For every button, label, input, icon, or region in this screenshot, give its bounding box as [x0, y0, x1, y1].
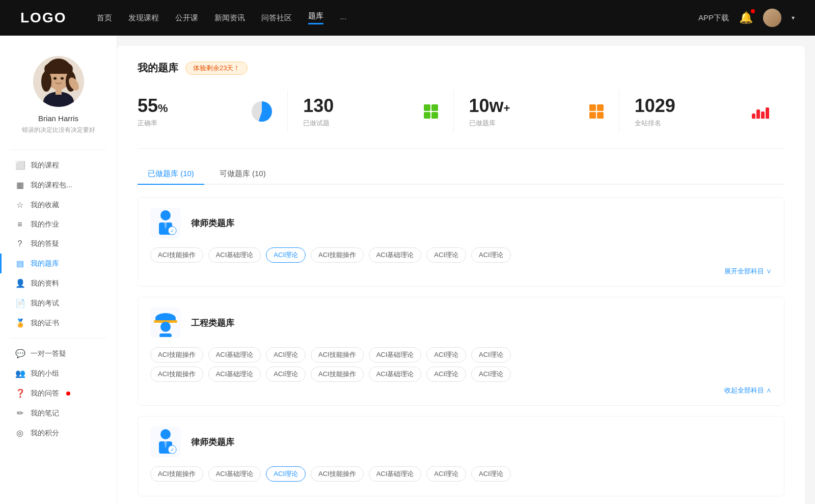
bank-section-lawyer2: ✓ 律师类题库 ACI技能操作 ACI基础理论 ACI理论 ACI技能操作 AC…: [138, 416, 784, 496]
nav-public[interactable]: 公开课: [175, 13, 198, 23]
sidebar-label-course: 我的课程: [31, 161, 59, 170]
grid-green-icon: [424, 104, 438, 119]
tutor-icon: 💬: [15, 349, 24, 358]
profile-icon: 👤: [15, 278, 24, 288]
lawyer2-icon: ✓: [153, 428, 178, 456]
chevron-down-icon[interactable]: ▾: [792, 14, 795, 21]
sidebar-item-group[interactable]: 👥 我的小组: [0, 363, 117, 383]
svg-rect-5: [44, 64, 73, 74]
myqa-icon: ❓: [15, 388, 24, 398]
stat-accuracy: 55% 正确率: [138, 90, 288, 133]
tag-eng-7[interactable]: ACI理论: [471, 347, 511, 362]
stat-rank-label: 全站排名: [635, 119, 675, 128]
sidebar-item-tutor[interactable]: 💬 一对一答疑: [0, 344, 117, 363]
tag-eng-13[interactable]: ACI理论: [426, 367, 466, 382]
sidebar-label-myqa: 我的问答: [31, 389, 59, 398]
star-icon: ☆: [15, 200, 24, 210]
sidebar-label-package: 我的课程包...: [31, 181, 72, 190]
sidebar-profile: Brian Harris 错误的决定比没有决定要好: [0, 36, 117, 145]
tag-lawyer2-1[interactable]: ACI技能操作: [150, 466, 203, 482]
navbar-logo: LOGO: [20, 10, 66, 26]
sidebar-item-favorites[interactable]: ☆ 我的收藏: [0, 195, 117, 215]
tag-eng-11[interactable]: ACI技能操作: [311, 367, 364, 382]
sidebar-label-profile: 我的资料: [31, 279, 59, 288]
tags-row-engineer-1: ACI技能操作 ACI基础理论 ACI理论 ACI技能操作 ACI基础理论 AC…: [150, 347, 772, 362]
nav-questionbank[interactable]: 题库: [308, 11, 323, 24]
bell-badge: [751, 9, 755, 13]
svg-text:✓: ✓: [170, 228, 174, 234]
tag-eng-10[interactable]: ACI理论: [266, 367, 306, 382]
sidebar-item-qa[interactable]: ? 我的答疑: [0, 234, 117, 254]
tag-lawyer-4[interactable]: ACI技能操作: [311, 247, 364, 263]
profile-avatar: [33, 56, 84, 107]
qa-icon: ?: [15, 239, 24, 248]
tag-eng-6[interactable]: ACI理论: [426, 347, 466, 362]
svg-rect-7: [56, 88, 62, 95]
tag-lawyer-3[interactable]: ACI理论: [266, 247, 306, 263]
avatar-image: [763, 9, 781, 27]
tag-lawyer2-4[interactable]: ACI技能操作: [311, 466, 364, 482]
sidebar-item-course[interactable]: ⬜ 我的课程: [0, 155, 117, 175]
tag-eng-1[interactable]: ACI技能操作: [150, 347, 203, 362]
svg-rect-20: [159, 333, 172, 337]
tag-eng-2[interactable]: ACI基础理论: [208, 347, 261, 362]
nav-more[interactable]: ···: [340, 14, 346, 22]
sidebar-item-exam[interactable]: 📄 我的考试: [0, 293, 117, 313]
sidebar-item-notes[interactable]: ✏ 我的笔记: [0, 403, 117, 423]
tag-eng-9[interactable]: ACI基础理论: [208, 367, 261, 382]
tabs-row: 已做题库 (10) 可做题库 (10): [138, 164, 784, 185]
nav-discover[interactable]: 发现课程: [128, 13, 159, 23]
notes-icon: ✏: [15, 408, 24, 418]
tab-available-banks[interactable]: 可做题库 (10): [209, 164, 276, 184]
page-header: 我的题库 体验剩余23天！: [138, 61, 784, 75]
sidebar-item-myqa[interactable]: ❓ 我的问答: [0, 383, 117, 403]
tag-eng-4[interactable]: ACI技能操作: [311, 347, 364, 362]
tag-lawyer-6[interactable]: ACI理论: [426, 247, 466, 263]
bank-name-engineer: 工程类题库: [191, 317, 234, 329]
stat-done-questions-label: 已做试题: [303, 119, 334, 128]
stat-accuracy-info: 55% 正确率: [138, 95, 168, 128]
tab-done-banks[interactable]: 已做题库 (10): [138, 164, 204, 184]
tag-lawyer-5[interactable]: ACI基础理论: [369, 247, 422, 263]
sidebar-label-certificate: 我的证书: [31, 319, 59, 328]
tag-eng-12[interactable]: ACI基础理论: [369, 367, 422, 382]
bank-icon-lawyer2: ✓: [150, 427, 181, 457]
sidebar-item-profile[interactable]: 👤 我的资料: [0, 273, 117, 293]
tag-lawyer2-3[interactable]: ACI理论: [266, 466, 306, 482]
sidebar-item-certificate[interactable]: 🏅 我的证书: [0, 313, 117, 333]
tag-eng-14[interactable]: ACI理论: [471, 367, 511, 382]
tag-lawyer2-5[interactable]: ACI基础理论: [369, 466, 422, 482]
tag-eng-5[interactable]: ACI基础理论: [369, 347, 422, 362]
tag-eng-3[interactable]: ACI理论: [266, 347, 306, 362]
exam-icon: 📄: [15, 298, 24, 308]
nav-news[interactable]: 新闻资讯: [214, 13, 245, 23]
tag-lawyer2-2[interactable]: ACI基础理论: [208, 466, 261, 482]
trial-badge: 体验剩余23天！: [185, 62, 248, 75]
tag-eng-8[interactable]: ACI技能操作: [150, 367, 203, 382]
nav-qa[interactable]: 问答社区: [261, 13, 292, 23]
expand-lawyer[interactable]: 展开全部科目 ∨: [150, 267, 772, 276]
tag-lawyer2-6[interactable]: ACI理论: [426, 466, 466, 482]
avatar[interactable]: [763, 9, 781, 27]
profile-motto: 错误的决定比没有决定要好: [22, 126, 95, 134]
sidebar-label-tutor: 一对一答疑: [31, 349, 66, 358]
sidebar-item-package[interactable]: ▦ 我的课程包...: [0, 175, 117, 195]
sidebar-item-points[interactable]: ◎ 我的积分: [0, 423, 117, 443]
tag-lawyer-1[interactable]: ACI技能操作: [150, 247, 203, 263]
questionbank-icon: ▤: [15, 259, 24, 268]
tags-row-engineer-2: ACI技能操作 ACI基础理论 ACI理论 ACI技能操作 ACI基础理论 AC…: [150, 367, 772, 382]
nav-home[interactable]: 首页: [97, 13, 112, 23]
tag-lawyer-7[interactable]: ACI理论: [471, 247, 511, 263]
profile-name: Brian Harris: [38, 114, 78, 123]
collapse-engineer[interactable]: 收起全部科目 ∧: [150, 386, 772, 395]
sidebar-item-questionbank[interactable]: ▤ 我的题库: [0, 254, 117, 273]
tag-lawyer-2[interactable]: ACI基础理论: [208, 247, 261, 263]
bell-icon[interactable]: 🔔: [739, 11, 753, 24]
tag-lawyer2-7[interactable]: ACI理论: [471, 466, 511, 482]
bank-name-lawyer2: 律师类题库: [191, 436, 234, 448]
svg-point-11: [160, 210, 171, 220]
sidebar-item-homework[interactable]: ≡ 我的作业: [0, 215, 117, 234]
sidebar: Brian Harris 错误的决定比没有决定要好 ⬜ 我的课程 ▦ 我的课程包…: [0, 36, 117, 504]
app-download-btn[interactable]: APP下载: [698, 13, 729, 23]
bank-icon-engineer: [150, 307, 181, 338]
